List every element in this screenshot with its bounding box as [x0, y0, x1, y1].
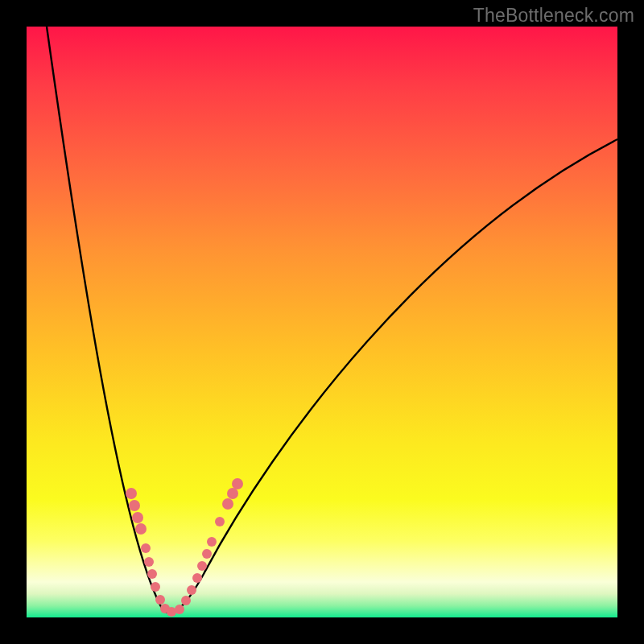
data-point [141, 543, 151, 553]
data-point [175, 605, 184, 614]
data-point [197, 561, 207, 571]
data-point [132, 512, 143, 523]
bottleneck-chart [27, 27, 617, 617]
data-point [144, 557, 154, 567]
data-point [222, 498, 233, 510]
data-point [192, 573, 202, 583]
data-point [129, 500, 140, 511]
data-point [227, 488, 238, 499]
bottleneck-curve [47, 27, 617, 613]
data-point [181, 596, 191, 605]
data-point [187, 585, 196, 595]
watermark-text: TheBottleneck.com [473, 5, 634, 27]
data-point [155, 595, 165, 605]
data-point [207, 537, 217, 547]
data-point [135, 523, 147, 535]
data-point [126, 488, 137, 499]
plot-area [27, 27, 617, 617]
data-markers [126, 478, 243, 617]
data-point [232, 478, 243, 489]
data-point [215, 517, 225, 526]
data-point [202, 549, 212, 559]
data-point [151, 582, 160, 592]
data-point [147, 569, 157, 579]
